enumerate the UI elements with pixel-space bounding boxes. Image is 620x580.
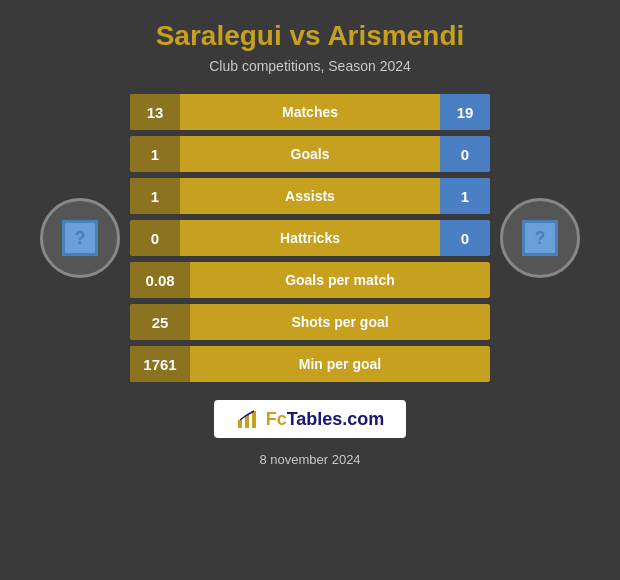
- player-image-left: ?: [62, 220, 98, 256]
- stats-section: ? 13 Matches 19 1 Goals 0 1 Assists 1 0 …: [10, 94, 610, 382]
- footer-date: 8 november 2024: [259, 452, 360, 467]
- svg-rect-2: [252, 411, 256, 428]
- page-title: Saralegui vs Arismendi: [156, 20, 465, 52]
- page-subtitle: Club competitions, Season 2024: [209, 58, 411, 74]
- player-image-right: ?: [522, 220, 558, 256]
- stat-right-val-matches: 19: [440, 94, 490, 130]
- stat-right-val-hattricks: 0: [440, 220, 490, 256]
- stat-label-goals-per-match: Goals per match: [190, 262, 490, 298]
- svg-rect-0: [238, 420, 242, 428]
- stat-row-min-per-goal: 1761 Min per goal: [130, 346, 490, 382]
- stats-rows: 13 Matches 19 1 Goals 0 1 Assists 1 0 Ha…: [130, 94, 490, 382]
- stat-row-hattricks: 0 Hattricks 0: [130, 220, 490, 256]
- avatar-circle-left: ?: [40, 198, 120, 278]
- brand-chart-icon: [236, 408, 258, 430]
- stat-row-shots-per-goal: 25 Shots per goal: [130, 304, 490, 340]
- stat-label-assists: Assists: [180, 178, 440, 214]
- brand-name: FcTables.com: [266, 409, 385, 430]
- stat-label-shots-per-goal: Shots per goal: [190, 304, 490, 340]
- stat-label-hattricks: Hattricks: [180, 220, 440, 256]
- stat-left-val-assists: 1: [130, 178, 180, 214]
- avatar-right: ?: [490, 198, 590, 278]
- stat-row-goals: 1 Goals 0: [130, 136, 490, 172]
- stat-label-min-per-goal: Min per goal: [190, 346, 490, 382]
- stat-right-val-assists: 1: [440, 178, 490, 214]
- stat-left-val-matches: 13: [130, 94, 180, 130]
- stat-row-goals-per-match: 0.08 Goals per match: [130, 262, 490, 298]
- stat-left-val-goals-per-match: 0.08: [130, 262, 190, 298]
- brand-logo: FcTables.com: [214, 400, 407, 438]
- comparison-card: Saralegui vs Arismendi Club competitions…: [0, 0, 620, 580]
- stat-row-assists: 1 Assists 1: [130, 178, 490, 214]
- stat-right-val-goals: 0: [440, 136, 490, 172]
- stat-left-val-min-per-goal: 1761: [130, 346, 190, 382]
- stat-left-val-shots-per-goal: 25: [130, 304, 190, 340]
- stat-label-goals: Goals: [180, 136, 440, 172]
- svg-rect-1: [245, 415, 249, 428]
- avatar-left: ?: [30, 198, 130, 278]
- stat-left-val-goals: 1: [130, 136, 180, 172]
- stat-left-val-hattricks: 0: [130, 220, 180, 256]
- avatar-circle-right: ?: [500, 198, 580, 278]
- brand-prefix: Fc: [266, 409, 287, 429]
- brand-suffix: Tables.com: [287, 409, 385, 429]
- stat-row-matches: 13 Matches 19: [130, 94, 490, 130]
- stat-label-matches: Matches: [180, 94, 440, 130]
